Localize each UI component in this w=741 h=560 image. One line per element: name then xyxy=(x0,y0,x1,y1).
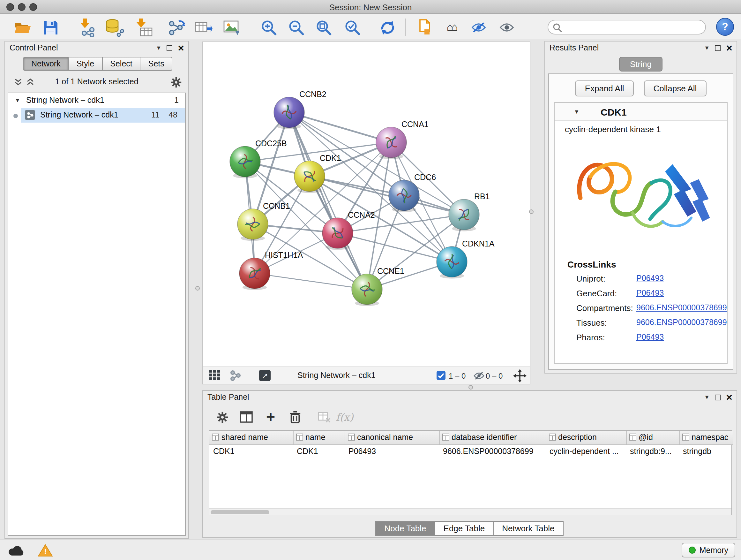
col-header-shared-name[interactable]: shared name xyxy=(209,431,293,444)
col-header-namespace[interactable]: namespac xyxy=(679,431,733,444)
network-canvas[interactable]: CCNB2CCNA1CDC25BCDK1CDC6RB1CCNB1CCNA2CDK… xyxy=(203,42,530,367)
network-edge[interactable] xyxy=(289,112,367,289)
node-table[interactable]: shared name name canonical name database… xyxy=(209,430,732,515)
table-row[interactable]: CDK1 CDK1 P06493 9606.ENSP00000378699 cy… xyxy=(209,444,733,458)
crosslink-uniprot-link[interactable]: P06493 xyxy=(636,274,664,283)
crosslink-pharos-link[interactable]: P06493 xyxy=(636,333,664,341)
tab-style[interactable]: Style xyxy=(69,57,103,71)
zoom-fit-icon[interactable] xyxy=(313,17,334,38)
col-header-description[interactable]: description xyxy=(546,431,626,444)
splitter-handle[interactable] xyxy=(468,385,473,389)
cell-name[interactable]: CDK1 xyxy=(293,444,345,458)
crosslink-compartments-link[interactable]: 9606.ENSP00000378699 xyxy=(636,303,727,312)
expand-all-button[interactable]: Expand All xyxy=(576,80,634,97)
close-panel-icon[interactable]: ✕ xyxy=(178,44,185,52)
close-panel-icon[interactable]: ✕ xyxy=(726,393,733,401)
cloud-icon[interactable] xyxy=(6,543,25,557)
tree-expand-icon[interactable]: ▼ xyxy=(15,97,20,104)
collapse-all-button[interactable]: Collapse All xyxy=(644,80,706,97)
network-node-CCNB1[interactable] xyxy=(238,209,268,241)
delete-trash-icon[interactable] xyxy=(286,409,304,425)
show-selected-eye-icon[interactable] xyxy=(496,17,517,38)
tab-node-table[interactable]: Node Table xyxy=(375,521,435,536)
collapse-panel-icon[interactable]: ▼ xyxy=(704,394,710,400)
gene-header[interactable]: ▼ CDK1 xyxy=(555,103,727,121)
cell-canonical-name[interactable]: P06493 xyxy=(345,444,439,458)
cell-id[interactable]: stringdb:9... xyxy=(626,444,679,458)
network-share-icon[interactable] xyxy=(230,370,241,383)
network-node-RB1[interactable] xyxy=(449,199,479,231)
birdseye-grid-icon[interactable] xyxy=(209,370,220,382)
hide-selected-eye-slash-icon[interactable] xyxy=(468,17,489,38)
import-network-from-file-icon[interactable] xyxy=(77,17,97,38)
export-table-icon[interactable] xyxy=(193,17,214,38)
cell-description[interactable]: cyclin-dependent ... xyxy=(546,444,626,458)
refresh-icon[interactable] xyxy=(377,17,398,38)
network-node-CDC25B[interactable] xyxy=(230,146,260,178)
collapse-panel-icon[interactable]: ▼ xyxy=(156,45,161,51)
export-image-icon[interactable] xyxy=(221,17,242,38)
col-header-id[interactable]: @id xyxy=(626,431,679,444)
network-node-CDKN1A[interactable] xyxy=(436,246,467,278)
scrollbar-thumb[interactable] xyxy=(211,510,269,514)
network-row-selected[interactable]: String Network – cdk1 11 48 xyxy=(8,108,185,123)
import-network-from-database-icon[interactable] xyxy=(104,17,125,38)
table-settings-gear-icon[interactable] xyxy=(213,409,231,425)
tab-network-table[interactable]: Network Table xyxy=(493,521,563,536)
col-header-name[interactable]: name xyxy=(293,431,345,444)
cell-shared-name[interactable]: CDK1 xyxy=(209,444,293,458)
network-node-CCNA2[interactable] xyxy=(322,218,353,250)
network-edge[interactable] xyxy=(289,112,391,142)
tab-sets[interactable]: Sets xyxy=(141,57,173,71)
open-session-icon[interactable] xyxy=(12,17,32,38)
gear-icon[interactable] xyxy=(171,77,182,90)
network-node-CDC6[interactable] xyxy=(389,180,419,212)
network-edge[interactable] xyxy=(255,273,367,289)
import-table-icon[interactable] xyxy=(133,17,154,38)
tab-string[interactable]: String xyxy=(619,57,663,71)
horizontal-scrollbar[interactable] xyxy=(209,508,731,515)
zoom-in-icon[interactable] xyxy=(259,17,279,38)
help-icon[interactable]: ? xyxy=(716,18,734,36)
splitter-handle[interactable] xyxy=(529,209,534,214)
tab-network[interactable]: Network xyxy=(23,57,69,71)
crosslink-genecard-link[interactable]: P06493 xyxy=(636,289,664,298)
crosslink-tissues-link[interactable]: 9606.ENSP00000378699 xyxy=(636,318,727,327)
network-edge[interactable] xyxy=(310,176,464,214)
memory-button[interactable]: Memory xyxy=(682,543,735,557)
close-panel-icon[interactable]: ✕ xyxy=(726,44,733,52)
collapse-panel-icon[interactable]: ▼ xyxy=(704,45,710,51)
network-node-CCNE1[interactable] xyxy=(352,274,382,306)
zoom-out-icon[interactable] xyxy=(286,17,307,38)
col-header-database-identifier[interactable]: database identifier xyxy=(439,431,546,444)
col-header-canonical-name[interactable]: canonical name xyxy=(345,431,439,444)
tab-edge-table[interactable]: Edge Table xyxy=(434,521,494,536)
clone-network-icon[interactable] xyxy=(166,17,186,38)
crosslink-label: Pharos: xyxy=(576,333,605,342)
network-node-HIST1H1A[interactable] xyxy=(239,258,270,290)
select-columns-icon[interactable] xyxy=(238,409,255,425)
tab-select[interactable]: Select xyxy=(103,57,141,71)
search-box[interactable] xyxy=(548,20,706,35)
search-input[interactable] xyxy=(565,21,701,33)
float-panel-icon[interactable] xyxy=(166,45,172,51)
save-session-icon[interactable] xyxy=(40,17,61,38)
float-panel-icon[interactable] xyxy=(715,45,721,51)
collapse-gene-icon[interactable]: ▼ xyxy=(574,109,580,115)
network-node-CCNA1[interactable] xyxy=(376,127,407,159)
network-node-label: CCNB1 xyxy=(263,201,290,210)
hidden-eye-slash-icon[interactable] xyxy=(474,372,484,382)
splitter-handle[interactable] xyxy=(195,286,200,291)
copy-document-icon[interactable] xyxy=(412,17,433,38)
pan-crosshair-icon[interactable] xyxy=(513,369,527,384)
zoom-selected-icon[interactable] xyxy=(342,17,362,38)
cell-database-identifier[interactable]: 9606.ENSP00000378699 xyxy=(439,444,546,458)
network-collection-row[interactable]: ▼ String Network – cdk1 1 xyxy=(8,93,185,108)
home-icon[interactable]: ⌂⌂ xyxy=(441,17,461,38)
add-column-plus-icon[interactable]: + xyxy=(262,409,280,425)
selected-checkbox-icon[interactable] xyxy=(436,371,446,380)
warning-icon[interactable]: ! xyxy=(36,543,55,557)
cell-namespace[interactable]: stringdb xyxy=(679,444,733,458)
float-panel-icon[interactable] xyxy=(715,394,721,400)
external-link-icon[interactable]: ↗ xyxy=(259,370,271,381)
